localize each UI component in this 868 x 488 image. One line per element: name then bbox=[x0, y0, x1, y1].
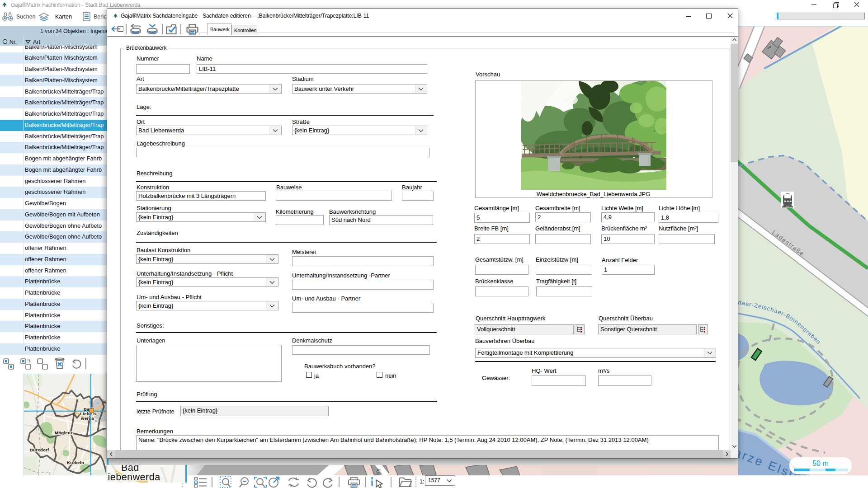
svg-text:Burxdorf: Burxdorf bbox=[30, 447, 49, 452]
svg-text:werda: werda bbox=[80, 416, 94, 421]
svg-text:Möglenz: Möglenz bbox=[55, 430, 73, 435]
svg-text:Kröbeln: Kröbeln bbox=[67, 460, 84, 465]
svg-text:Liebenwerda: Liebenwerda bbox=[107, 472, 160, 483]
svg-text:50 m: 50 m bbox=[812, 460, 829, 467]
